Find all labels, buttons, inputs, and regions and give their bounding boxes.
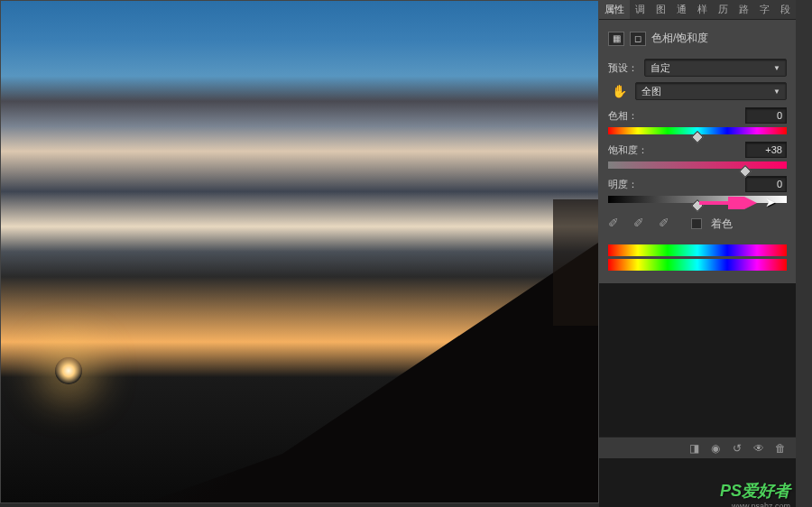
eyedropper-add-icon[interactable]: ✐	[633, 216, 650, 232]
chevron-down-icon: ▼	[773, 64, 780, 72]
visibility-icon[interactable]: 👁	[749, 440, 769, 456]
hue-slider-group: 色相：	[608, 107, 787, 134]
panel-body: ▦ ◻ 色相/饱和度 预设： 自定 ▼ ✋ 全图 ▼ 色相：	[599, 20, 796, 283]
eyedropper-subtract-icon[interactable]: ✐	[659, 216, 675, 232]
image-canvas[interactable]	[0, 0, 599, 503]
preset-label: 预设：	[608, 61, 639, 75]
tab-layers[interactable]: 图	[651, 0, 671, 19]
lightness-slider-group: 明度：	[608, 176, 787, 203]
spectrum-input	[608, 244, 787, 256]
clip-to-layer-icon[interactable]: ◨	[684, 440, 704, 456]
hand-scrubby-icon[interactable]: ✋	[608, 82, 630, 100]
channel-row: ✋ 全图 ▼	[608, 82, 787, 100]
saturation-input[interactable]	[745, 142, 787, 158]
hue-label: 色相：	[608, 109, 639, 123]
tab-properties[interactable]: 属性	[599, 0, 630, 19]
saturation-slider[interactable]	[608, 161, 787, 169]
panel-footer: ◨ ◉ ↺ 👁 🗑	[599, 437, 796, 458]
eyedropper-row: ✐ ✐ ✐ 着色	[608, 216, 787, 232]
tab-character[interactable]: 字	[754, 0, 775, 19]
image-content-temple	[553, 199, 598, 326]
channel-value: 全图	[641, 85, 661, 98]
preset-dropdown[interactable]: 自定 ▼	[644, 59, 787, 77]
colorize-label: 着色	[711, 217, 733, 232]
view-previous-icon[interactable]: ◉	[706, 440, 725, 456]
image-content-sun	[55, 357, 82, 384]
tab-channels[interactable]: 通	[671, 0, 692, 19]
channel-dropdown[interactable]: 全图 ▼	[635, 82, 787, 100]
vertical-scrollbar[interactable]	[796, 0, 812, 507]
saturation-slider-group: 饱和度：	[608, 142, 787, 169]
eyedropper-icon[interactable]: ✐	[608, 216, 624, 232]
tab-adjustments[interactable]: 调	[630, 0, 651, 19]
trash-icon[interactable]: 🗑	[770, 440, 790, 456]
image-content-hill	[147, 178, 598, 502]
horizontal-scrollbar[interactable]	[0, 503, 599, 507]
lightness-input[interactable]	[745, 176, 787, 192]
lightness-slider-thumb[interactable]	[691, 199, 704, 212]
colorize-checkbox[interactable]	[691, 218, 702, 229]
lightness-slider[interactable]	[608, 196, 787, 203]
properties-panel: 属性 调 图 通 样 历 路 字 段 ▦ ◻ 色相/饱和度 预设： 自定 ▼ ✋…	[599, 0, 796, 283]
reset-icon[interactable]: ↺	[727, 440, 747, 456]
tab-paragraph[interactable]: 段	[775, 0, 796, 19]
tab-styles[interactable]: 样	[692, 0, 713, 19]
mask-icon: ◻	[630, 32, 646, 46]
preset-row: 预设： 自定 ▼	[608, 59, 787, 77]
adjustment-icon: ▦	[608, 32, 624, 46]
hue-slider[interactable]	[608, 127, 787, 134]
spectrum-output	[608, 259, 787, 271]
adjustment-header: ▦ ◻ 色相/饱和度	[608, 27, 787, 53]
tab-paths[interactable]: 路	[734, 0, 754, 19]
adjustment-title: 色相/饱和度	[651, 31, 708, 46]
spectrum-display	[608, 244, 787, 271]
chevron-down-icon: ▼	[773, 88, 780, 96]
tab-history[interactable]: 历	[713, 0, 734, 19]
hue-input[interactable]	[745, 107, 787, 124]
watermark-logo: PS爱好者	[720, 480, 790, 502]
watermark-url: www.psahz.com	[732, 502, 790, 507]
preset-value: 自定	[651, 61, 670, 75]
lightness-label: 明度：	[608, 178, 639, 191]
saturation-label: 饱和度：	[608, 143, 648, 157]
panel-tabs: 属性 调 图 通 样 历 路 字 段	[599, 0, 796, 20]
